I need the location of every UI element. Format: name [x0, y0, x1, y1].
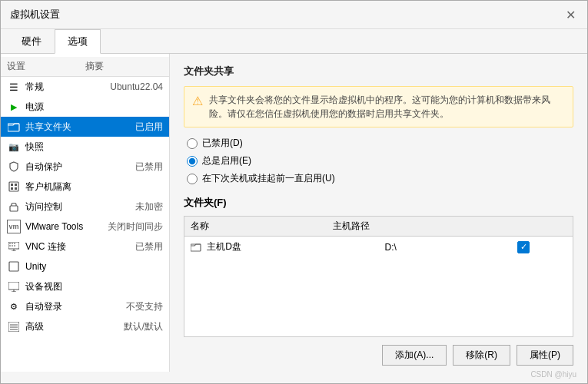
vmware-tools-icon: vm: [7, 220, 21, 233]
col-setting-label: 设置: [7, 60, 85, 73]
right-panel: 文件夹共享 ⚠ 共享文件夹会将您的文件显示给虚拟机中的程序。这可能为您的计算机和…: [170, 54, 587, 372]
svg-rect-2: [11, 184, 13, 186]
sidebar-item-advanced[interactable]: 高级 默认/默认: [1, 316, 169, 336]
sidebar-item-label-auto-protect: 自动保护: [25, 161, 132, 174]
svg-rect-6: [10, 206, 18, 211]
svg-rect-12: [12, 245, 13, 247]
sidebar-item-vmware-tools[interactable]: vm VMware Tools 关闭时间同步: [1, 217, 169, 237]
svg-rect-8: [9, 243, 11, 244]
left-panel: 设置 摘要 ☰ 常规 Ubuntu22.04 ▶ 电源 共享文件夹 已启用: [1, 54, 170, 372]
vnc-icon: [7, 240, 21, 253]
folder-name-cell: 主机D盘: [184, 237, 379, 257]
access-control-icon: [7, 200, 21, 214]
sidebar-item-guest-isolation[interactable]: 客户机隔离: [1, 177, 169, 197]
sidebar-item-label-power: 电源: [25, 101, 160, 114]
button-row: 添加(A)... 移除(R) 属性(P): [184, 345, 573, 366]
col-checkbox-header: [554, 217, 573, 237]
tabs-bar: 硬件 选项: [1, 29, 587, 54]
sidebar-item-label-snapshot: 快照: [25, 141, 160, 154]
sidebar-item-value-vmware-tools: 关闭时间同步: [108, 220, 163, 233]
folder-table-wrapper: 名称 主机路径 主机D盘: [184, 216, 573, 337]
sidebar-item-power[interactable]: ▶ 电源: [1, 97, 169, 117]
sidebar-item-label-vmware-tools: VMware Tools: [25, 221, 105, 232]
left-panel-header: 设置 摘要: [1, 57, 169, 77]
sidebar-item-label-device-view: 设备视图: [25, 280, 160, 293]
radio-item-disabled[interactable]: 已禁用(D): [187, 137, 573, 150]
sidebar-item-value-access-control: 未加密: [135, 200, 163, 214]
add-button[interactable]: 添加(A)...: [382, 345, 447, 366]
auto-protect-icon: [7, 160, 21, 174]
window-title: 虚拟机设置: [10, 8, 60, 22]
sidebar-item-unity[interactable]: Unity: [1, 257, 169, 276]
auto-login-icon: ⚙: [7, 300, 21, 313]
sidebar-item-auto-protect[interactable]: 自动保护 已禁用: [1, 157, 169, 177]
sidebar-item-snapshot[interactable]: 📷 快照: [1, 137, 169, 157]
sidebar-item-label-auto-login: 自动登录: [25, 300, 123, 313]
folder-name: 主机D盘: [207, 241, 241, 252]
sidebar-item-auto-login[interactable]: ⚙ 自动登录 不受支持: [1, 296, 169, 316]
svg-rect-10: [14, 243, 15, 244]
main-content: 设置 摘要 ☰ 常规 Ubuntu22.04 ▶ 电源 共享文件夹 已启用: [1, 54, 587, 372]
folder-table-body: 主机D盘 D:\ ✓: [184, 237, 573, 336]
svg-rect-13: [14, 245, 15, 247]
radio-group: 已禁用(D) 总是启用(E) 在下次关机或挂起前一直启用(U): [184, 137, 573, 185]
sidebar-item-value-general: Ubuntu22.04: [110, 81, 163, 92]
sidebar-item-label-general: 常规: [25, 81, 107, 94]
radio-label-always: 总是启用(E): [202, 154, 251, 167]
sidebar-item-vnc[interactable]: VNC 连接 已禁用: [1, 237, 169, 257]
svg-rect-16: [9, 262, 18, 271]
svg-rect-5: [15, 187, 17, 190]
sidebar-item-access-control[interactable]: 访问控制 未加密: [1, 197, 169, 217]
sidebar-item-value-shared-folder: 已启用: [135, 121, 163, 134]
folder-share-title: 文件夹共享: [184, 65, 573, 78]
sidebar-item-value-auto-protect: 已禁用: [135, 161, 163, 174]
folder-item-icon: [191, 241, 204, 252]
warning-box: ⚠ 共享文件夹会将您的文件显示给虚拟机中的程序。这可能为您的计算机和数据带来风险…: [184, 86, 573, 127]
folder-checkbox-cell[interactable]: ✓: [474, 237, 573, 257]
tab-options[interactable]: 选项: [55, 29, 101, 54]
radio-label-disabled: 已禁用(D): [202, 137, 243, 150]
sidebar-item-label-access-control: 访问控制: [25, 200, 132, 214]
sidebar-item-value-advanced: 默认/默认: [124, 320, 163, 333]
svg-rect-17: [8, 282, 19, 290]
radio-item-always[interactable]: 总是启用(E): [187, 154, 573, 167]
svg-rect-3: [15, 184, 17, 186]
radio-item-next-start[interactable]: 在下次关机或挂起前一直启用(U): [187, 172, 573, 185]
folder-table-title: 文件夹(F): [184, 196, 573, 210]
svg-rect-1: [9, 182, 18, 191]
power-icon: ▶: [7, 100, 21, 114]
remove-button[interactable]: 移除(R): [453, 345, 510, 366]
tab-hardware[interactable]: 硬件: [8, 29, 55, 54]
table-row[interactable]: 主机D盘 D:\ ✓: [184, 237, 573, 257]
radio-label-next-start: 在下次关机或挂起前一直启用(U): [202, 172, 335, 185]
col-summary-label: 摘要: [85, 60, 164, 73]
sidebar-item-label-guest-isolation: 客户机隔离: [25, 180, 160, 194]
general-icon: ☰: [7, 80, 21, 94]
close-button[interactable]: ✕: [563, 7, 578, 22]
virtual-machine-settings-window: 虚拟机设置 ✕ 硬件 选项 设置 摘要 ☰ 常规 Ubuntu22.04 ▶ 电…: [0, 0, 588, 384]
advanced-icon: [7, 319, 21, 333]
properties-button[interactable]: 属性(P): [517, 345, 573, 366]
svg-rect-4: [11, 187, 13, 190]
unity-icon: [7, 260, 21, 273]
watermark: CSDN @hiyu: [0, 369, 581, 380]
sidebar-item-label-shared-folder: 共享文件夹: [25, 121, 132, 134]
warning-text: 共享文件夹会将您的文件显示给虚拟机中的程序。这可能为您的计算机和数据带来风险。请…: [209, 93, 565, 121]
warning-icon: ⚠: [192, 94, 203, 108]
sidebar-item-label-vnc: VNC 连接: [25, 240, 132, 253]
sidebar-item-value-vnc: 已禁用: [135, 240, 163, 253]
sidebar-item-label-advanced: 高级: [25, 320, 121, 333]
guest-isolation-icon: [7, 180, 21, 194]
title-bar: 虚拟机设置 ✕: [1, 1, 587, 29]
sidebar-item-device-view[interactable]: 设备视图: [1, 276, 169, 296]
col-name-header: 名称: [184, 217, 327, 237]
svg-rect-9: [12, 243, 13, 244]
sidebar-item-general[interactable]: ☰ 常规 Ubuntu22.04: [1, 77, 169, 97]
sidebar-item-shared-folder[interactable]: 共享文件夹 已启用: [1, 117, 169, 137]
svg-rect-11: [9, 245, 11, 247]
folder-table: 名称 主机路径: [184, 217, 573, 237]
shared-folder-icon: [7, 120, 21, 134]
svg-rect-24: [191, 244, 201, 251]
device-view-icon: [7, 280, 21, 293]
folder-enabled-checkbox[interactable]: ✓: [517, 241, 530, 253]
